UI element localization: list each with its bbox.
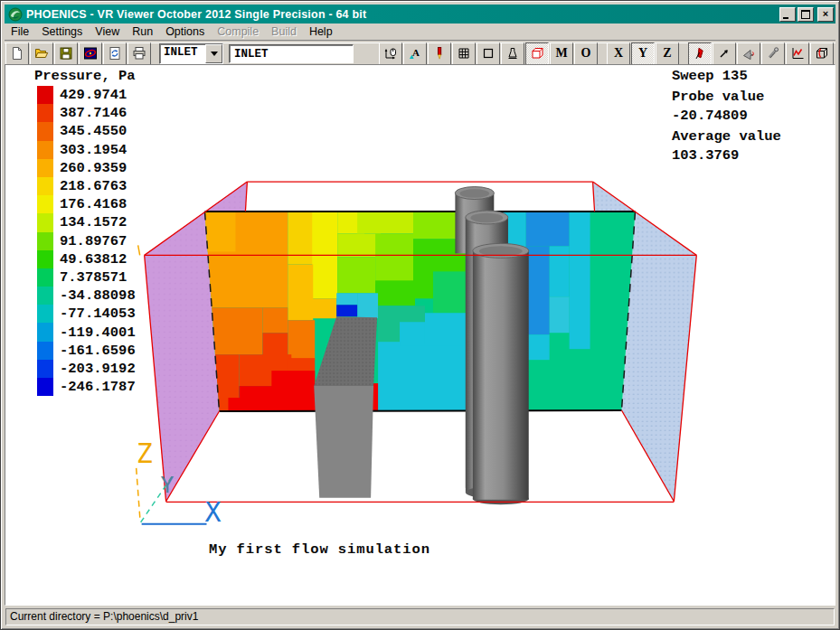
save-floppy-icon [59,46,73,61]
object-select-combo[interactable]: INLET [159,43,223,64]
grid-button[interactable] [452,42,476,65]
legend-row: 7.378571 [37,268,136,287]
chevron-down-icon [211,52,218,56]
object-mode-button[interactable]: O [574,42,598,65]
minimize-button[interactable] [779,7,796,22]
arrow-button[interactable] [713,42,736,65]
combo-dropdown-button[interactable] [205,44,222,63]
legend-row: 303.1954 [37,141,136,159]
legend-swatch [37,122,53,140]
scene-caption: My first flow simulation [209,541,430,558]
rectangle-button[interactable] [477,42,500,65]
annotation-button[interactable]: A [403,42,427,65]
box-slice-icon [815,46,829,61]
average-label: Average value [672,128,781,145]
legend-value: 345.4550 [60,123,127,139]
legend-swatch [37,177,53,195]
current-directory: Current directory = P:\phoenics\d_priv1 [5,608,835,625]
reload-button[interactable] [103,42,127,65]
legend-row: -77.14053 [37,305,136,323]
legend-swatch [37,159,53,177]
legend-value: 49.63812 [60,251,127,268]
legend-row: -203.9192 [37,360,136,378]
mouse-control-button[interactable] [379,42,402,65]
legend-title: Pressure, Pa [34,68,136,84]
new-file-icon [10,46,24,61]
menu-item-file[interactable]: File [5,24,35,39]
beacon-button[interactable] [501,42,524,65]
title-bar[interactable]: PHOENICS - VR Viewer October 2012 Single… [5,5,835,24]
viewer-button[interactable] [79,42,102,65]
legend-value: 218.6763 [60,178,127,194]
object-name-field[interactable] [229,44,354,63]
cut-box-button[interactable] [810,42,834,65]
print-button[interactable] [127,42,151,65]
menu-item-help[interactable]: Help [303,24,339,39]
axis-x-button[interactable]: X [607,42,630,65]
toolbar: INLET A [5,42,835,64]
screw-icon [766,46,780,61]
legend-row: 91.89767 [37,232,136,250]
letter-z-label: Z [663,47,671,60]
legend-swatch [37,287,53,305]
marker-button[interactable] [428,42,451,65]
legend-row: -119.4001 [37,323,136,341]
eye-scene-icon [83,46,98,61]
legend-value: -161.6596 [60,343,136,359]
legend-swatch [37,86,53,104]
legend-value: -77.14053 [60,306,136,322]
legend-swatch [37,250,53,268]
menu-item-settings[interactable]: Settings [35,24,89,39]
legend-row: 218.6763 [37,177,136,195]
axis-z-button[interactable]: Z [656,42,679,65]
legend: 429.9741387.7146345.4550303.1954260.9359… [37,86,136,396]
letter-o-label: O [581,47,591,60]
open-file-button[interactable] [30,42,53,65]
legend-swatch [37,195,53,213]
menu-item-view[interactable]: View [89,24,126,39]
letter-y-label: Y [638,47,647,60]
save-file-button[interactable] [54,42,78,65]
legend-swatch [37,360,53,378]
letter-a-cone-icon: A [408,46,422,61]
legend-value: 176.4168 [60,196,127,212]
legend-value: 429.9741 [60,87,127,103]
legend-value: -34.88098 [60,287,136,304]
app-logo-icon [8,7,23,22]
legend-swatch [37,141,53,159]
square-outline-icon [481,46,496,61]
legend-value: -119.4001 [60,324,136,341]
legend-value: 134.1572 [60,214,127,230]
bell-outline-icon [505,46,520,61]
menu-item-options[interactable]: Options [159,24,211,39]
new-file-button[interactable] [5,42,29,65]
announce-button[interactable] [737,42,760,65]
menu-item-build: Build [265,24,303,39]
svg-text:A: A [412,47,420,58]
probe-value: -20.74809 [672,108,748,124]
menu-item-compile: Compile [211,24,265,39]
legend-value: -203.9192 [60,361,136,377]
wireframe-toggle-button[interactable] [525,42,549,65]
legend-swatch [37,213,53,231]
legend-swatch [37,323,53,341]
attach-button[interactable] [761,42,785,65]
legend-value: 387.7146 [60,105,127,121]
maximize-button[interactable] [798,7,814,22]
line-chart-icon [790,46,805,61]
axis-y-button[interactable]: Y [631,42,655,65]
menu-bar: FileSettingsViewRunOptionsCompileBuildHe… [5,24,835,39]
legend-swatch [37,232,53,250]
combo-value: INLET [160,44,205,63]
close-button[interactable]: × [817,7,834,22]
legend-swatch [37,104,53,122]
mouse-mode-button[interactable]: M [550,42,573,65]
printer-icon [132,46,146,61]
legend-row: -34.88098 [37,287,136,305]
minimize-icon [783,17,788,19]
menu-item-run[interactable]: Run [126,24,159,39]
red-marker-icon [432,46,447,61]
graph-button[interactable] [786,42,809,65]
probe-button[interactable] [688,42,712,65]
legend-swatch [37,305,53,323]
